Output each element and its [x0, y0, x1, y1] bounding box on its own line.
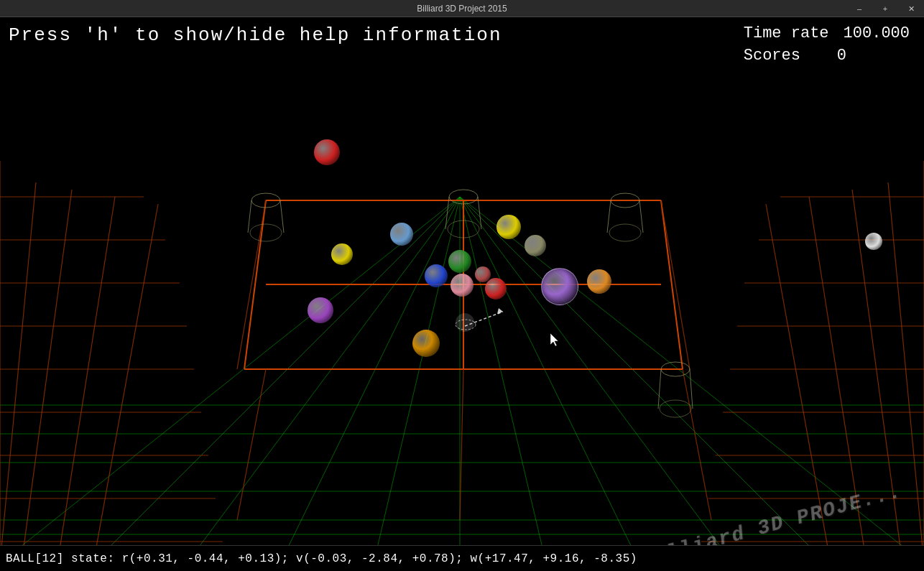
svg-line-47	[661, 200, 683, 369]
svg-line-19	[22, 190, 72, 545]
ball-orange2	[412, 330, 440, 357]
svg-point-67	[609, 224, 641, 241]
svg-line-57	[248, 200, 251, 233]
svg-point-59	[250, 224, 282, 241]
ball-pink	[451, 274, 473, 297]
svg-line-62	[478, 197, 481, 229]
ball-orange1	[587, 269, 611, 294]
svg-line-66	[639, 200, 643, 233]
svg-line-35	[766, 204, 831, 545]
ball-blue1	[425, 264, 448, 287]
svg-line-18	[0, 182, 36, 545]
svg-line-32	[888, 182, 924, 545]
ball-cue	[456, 313, 474, 332]
svg-line-55	[460, 369, 463, 520]
svg-line-70	[690, 369, 693, 409]
svg-line-21	[93, 204, 158, 545]
window-title: Billiard 3D Project 2015	[417, 4, 507, 14]
ball-purple-small	[308, 297, 333, 323]
titlebar: Billiard 3D Project 2015 – + ✕	[0, 0, 924, 17]
ball-yellow1	[331, 243, 353, 265]
ball-light-blue	[390, 223, 413, 246]
ball-green1	[448, 250, 471, 273]
ball-yellow2	[496, 215, 521, 239]
svg-line-53	[237, 369, 266, 520]
ball-red2	[485, 278, 507, 300]
window-controls[interactable]: – + ✕	[846, 0, 924, 17]
svg-line-58	[280, 200, 284, 233]
svg-line-65	[607, 200, 611, 233]
svg-line-46	[244, 200, 266, 369]
svg-point-71	[660, 400, 691, 417]
svg-line-7	[93, 197, 460, 545]
3d-scene: .grid-green { stroke: #00aa00; stroke-wi…	[0, 17, 924, 545]
ball-status-text: BALL[12] state: r(+0.31, -0.44, +0.13); …	[6, 552, 637, 565]
game-area: .grid-green { stroke: #00aa00; stroke-wi…	[0, 17, 924, 571]
ball-striped	[525, 235, 546, 256]
svg-line-6	[0, 197, 460, 545]
minimize-button[interactable]: –	[846, 0, 872, 17]
ball-small1	[475, 266, 491, 282]
ball-purple-big	[541, 268, 578, 305]
ball-white	[865, 233, 882, 250]
maximize-button[interactable]: +	[872, 0, 898, 17]
svg-line-13	[460, 197, 639, 545]
svg-line-61	[445, 197, 449, 229]
status-bar: BALL[12] state: r(+0.31, -0.44, +0.13); …	[0, 545, 924, 571]
svg-line-15	[460, 197, 826, 545]
ball-red-flying	[314, 139, 340, 165]
svg-line-51	[237, 200, 266, 369]
svg-line-9	[280, 197, 460, 545]
svg-line-69	[658, 369, 661, 409]
svg-line-10	[374, 197, 460, 545]
close-button[interactable]: ✕	[898, 0, 924, 17]
svg-line-52	[661, 200, 690, 369]
